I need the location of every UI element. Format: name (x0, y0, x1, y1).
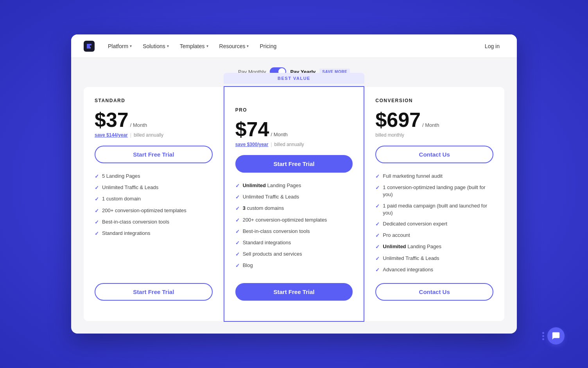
feature-item: ✓ Standard integrations (95, 230, 213, 237)
feature-item: ✓ Best-in-class conversion tools (95, 218, 213, 226)
feature-item: ✓ Dedicated conversion expert (375, 220, 493, 228)
price-note-conversion: billed monthly (375, 132, 493, 138)
check-icon: ✓ (235, 228, 240, 235)
price-amount-pro: $74 (235, 119, 269, 139)
chat-button[interactable] (547, 327, 565, 345)
check-icon: ✓ (95, 230, 99, 237)
check-icon: ✓ (235, 240, 240, 247)
chat-dot (542, 335, 544, 337)
feature-item: ✓ 200+ conversion-optimized templates (95, 207, 213, 215)
nav-resources[interactable]: Resources ▾ (215, 41, 253, 52)
check-icon: ✓ (235, 182, 240, 189)
feature-item: ✓ 1 conversion-optimized landing page (b… (375, 184, 493, 198)
feature-item: ✓ Best-in-class conversion tools (235, 228, 353, 235)
feature-item: ✓ Standard integrations (235, 239, 353, 247)
check-icon: ✓ (375, 232, 380, 239)
feature-item: ✓ 5 Landing Pages (95, 173, 213, 180)
check-icon: ✓ (235, 217, 240, 224)
chevron-down-icon: ▾ (206, 44, 208, 48)
feature-item: ✓ 3 custom domains (235, 205, 353, 212)
navbar: Platform ▾ Solutions ▾ Templates ▾ Resou… (71, 34, 517, 58)
plan-conversion: CONVERSION $697 / Month billed monthly C… (364, 87, 504, 321)
check-icon: ✓ (375, 173, 380, 180)
plan-pro: BEST VALUE PRO $74 / Month save $300/yea… (224, 86, 365, 322)
feature-item: ✓ 200+ conversion-optimized templates (235, 216, 353, 224)
price-amount-standard: $37 (95, 110, 129, 130)
check-icon: ✓ (235, 251, 240, 258)
check-icon: ✓ (375, 221, 380, 228)
feature-item: ✓ Unlimited Traffic & Leads (235, 193, 353, 201)
feature-item: ✓ Unlimited Landing Pages (375, 243, 493, 251)
check-icon: ✓ (95, 219, 99, 226)
best-value-banner: BEST VALUE (224, 73, 365, 84)
feature-item: ✓ Unlimited Traffic & Leads (375, 255, 493, 262)
chevron-down-icon: ▾ (167, 44, 169, 48)
feature-item: ✓ Blog (235, 262, 353, 269)
plan-name-conversion: CONVERSION (375, 98, 493, 103)
check-icon: ✓ (375, 184, 380, 191)
billing-note-standard: billed annually (134, 132, 163, 138)
check-icon: ✓ (235, 262, 240, 269)
save-text-pro: save $300/year (235, 142, 269, 147)
features-standard: ✓ 5 Landing Pages ✓ Unlimited Traffic & … (95, 173, 213, 274)
feature-item: ✓ 1 paid media campaign (built and launc… (375, 202, 493, 216)
cta-bottom-pro[interactable]: Start Free Trial (235, 283, 353, 301)
save-text-standard: save $144/year (95, 132, 128, 138)
billing-note-pro: billed annually (274, 142, 304, 147)
chevron-down-icon: ▾ (247, 44, 249, 48)
logo[interactable] (84, 41, 95, 52)
cta-bottom-wrapper-conversion: Contact Us (375, 283, 493, 310)
cta-bottom-conversion[interactable]: Contact Us (375, 283, 493, 301)
price-amount-conversion: $697 (375, 110, 421, 130)
price-row-standard: $37 / Month (95, 110, 213, 130)
chat-widget (542, 327, 565, 345)
features-conversion: ✓ Full marketing funnel audit ✓ 1 conver… (375, 173, 493, 274)
check-icon: ✓ (235, 194, 240, 201)
nav-templates[interactable]: Templates ▾ (176, 41, 212, 52)
nav-right: Log in (480, 41, 504, 52)
nav-solutions[interactable]: Solutions ▾ (139, 41, 173, 52)
plan-standard: STANDARD $37 / Month save $144/year | bi… (84, 87, 224, 321)
feature-item: ✓ Advanced integrations (375, 266, 493, 274)
feature-item: ✓ Pro account (375, 232, 493, 239)
feature-item: ✓ 1 custom domain (95, 195, 213, 203)
nav-links: Platform ▾ Solutions ▾ Templates ▾ Resou… (104, 41, 480, 52)
cta-bottom-wrapper-pro: Start Free Trial (235, 283, 353, 310)
pricing-grid: STANDARD $37 / Month save $144/year | bi… (84, 87, 504, 321)
divider-standard: | (130, 132, 131, 138)
check-icon: ✓ (95, 173, 99, 180)
cta-top-conversion[interactable]: Contact Us (375, 146, 493, 163)
nav-platform[interactable]: Platform ▾ (104, 41, 136, 52)
check-icon: ✓ (95, 207, 99, 215)
cta-top-standard[interactable]: Start Free Trial (95, 146, 213, 163)
check-icon: ✓ (95, 196, 99, 203)
chevron-down-icon: ▾ (130, 44, 132, 48)
chat-icon (552, 332, 560, 340)
billing-note-conversion: billed monthly (375, 132, 404, 138)
main-content: Pay Monthly Pay Yearly SAVE MORE STANDAR… (71, 58, 517, 334)
cta-bottom-wrapper-standard: Start Free Trial (95, 283, 213, 310)
plan-name-standard: STANDARD (95, 98, 213, 103)
price-note-standard: save $144/year | billed annually (95, 132, 213, 138)
price-period-conversion: / Month (422, 122, 439, 128)
cta-top-pro[interactable]: Start Free Trial (235, 155, 353, 173)
cta-bottom-standard[interactable]: Start Free Trial (95, 283, 213, 301)
feature-item: ✓ Unlimited Landing Pages (235, 182, 353, 189)
app-window: Platform ▾ Solutions ▾ Templates ▾ Resou… (71, 34, 517, 334)
price-row-pro: $74 / Month (235, 119, 353, 139)
check-icon: ✓ (375, 203, 380, 210)
features-pro: ✓ Unlimited Landing Pages ✓ Unlimited Tr… (235, 182, 353, 274)
nav-pricing[interactable]: Pricing (256, 41, 280, 52)
check-icon: ✓ (375, 255, 380, 262)
check-icon: ✓ (235, 205, 240, 212)
feature-item: ✓ Unlimited Traffic & Leads (95, 184, 213, 191)
price-note-pro: save $300/year | billed annually (235, 142, 353, 147)
plan-name-pro: PRO (235, 107, 353, 113)
chat-dot (542, 338, 544, 340)
chat-dots (542, 332, 544, 340)
feature-item: ✓ Sell products and services (235, 251, 353, 258)
price-row-conversion: $697 / Month (375, 110, 493, 130)
check-icon: ✓ (375, 267, 380, 274)
login-link[interactable]: Log in (480, 41, 504, 52)
check-icon: ✓ (375, 244, 380, 251)
